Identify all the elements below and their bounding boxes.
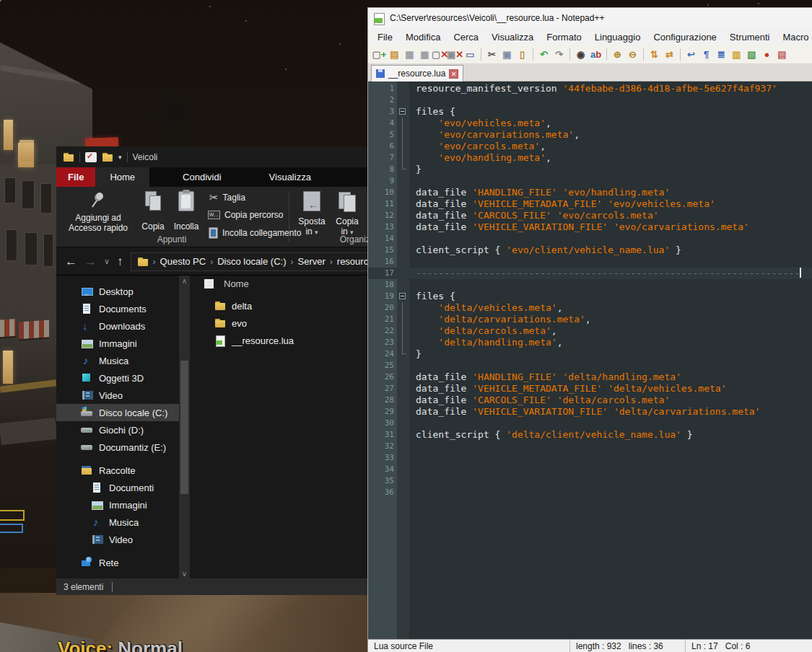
file-list-header[interactable]: Nome	[204, 278, 249, 289]
navigation-scrollbar[interactable]: ∧ ∨	[179, 276, 190, 579]
macro-record-icon[interactable]: ●	[760, 48, 774, 61]
code-line[interactable]: 24}	[368, 348, 812, 360]
back-icon[interactable]: ←	[65, 255, 77, 269]
cut-icon[interactable]: ✂	[485, 48, 499, 61]
quick-access-customize-chevron-icon[interactable]: ▾	[118, 154, 122, 161]
save-all-icon[interactable]: ▩	[418, 48, 432, 61]
new-file-icon[interactable]: ▢+	[372, 48, 386, 61]
code-line[interactable]: 32	[368, 441, 812, 452]
code-line[interactable]: 33	[368, 452, 812, 464]
sidebar-item-downloads[interactable]: Downloads	[56, 317, 179, 335]
select-all-checkbox[interactable]	[204, 279, 214, 288]
sidebar-item-musica[interactable]: Musica	[56, 514, 179, 531]
close-all-icon[interactable]: ▣✕	[448, 48, 462, 61]
code-line[interactable]: 1resource_manifest_version '44febabe-d38…	[368, 83, 812, 94]
up-icon[interactable]: ↑	[117, 255, 123, 269]
save-icon[interactable]: ▦	[403, 48, 416, 61]
column-header-nome[interactable]: Nome	[224, 278, 249, 289]
menu-modifica[interactable]: Modifica	[399, 32, 447, 43]
sidebar-item-video[interactable]: Video	[56, 387, 179, 404]
breadcrumb-segment[interactable]: Questo PC	[160, 256, 206, 267]
recent-locations-chevron-icon[interactable]: ∨	[104, 257, 110, 266]
file-row-evo[interactable]: evo	[214, 317, 247, 329]
code-line[interactable]: 9	[368, 175, 812, 187]
move-to-button[interactable]: Sposta in ▾	[294, 191, 329, 237]
sidebar-item-giochi-d-[interactable]: Giochi (D:)	[56, 421, 179, 439]
code-line[interactable]: 22 'delta/carcols.meta',	[368, 325, 812, 337]
menu-linguaggio[interactable]: Linguaggio	[588, 32, 647, 43]
pin-to-quick-access-button[interactable]: Aggiungi ad Accesso rapido	[62, 191, 134, 233]
copy-icon[interactable]: ▣	[500, 48, 514, 61]
tab-condividi[interactable]: Condividi	[168, 167, 235, 187]
code-line[interactable]: 6 'evo/carcols.meta',	[368, 141, 812, 152]
code-line[interactable]: 30	[368, 418, 812, 429]
zoom-in-icon[interactable]: ⊕	[611, 48, 624, 61]
paste-button[interactable]: Incolla	[169, 191, 204, 232]
sidebar-item-video[interactable]: Video	[56, 531, 179, 548]
sync-vertical-icon[interactable]: ⇅	[647, 48, 661, 61]
code-line[interactable]: 29data_file 'VEHICLE_VARIATION_FILE' 'de…	[368, 406, 812, 418]
code-line[interactable]: 5 'evo/carvariations.meta',	[368, 129, 812, 141]
tab-resource-lua[interactable]: __resource.lua ✕	[371, 65, 463, 82]
find-icon[interactable]: ◉	[574, 48, 588, 61]
breadcrumb-segment[interactable]: resource	[337, 256, 367, 267]
redo-icon[interactable]: ↷	[552, 48, 566, 61]
notepadpp-titlebar[interactable]: C:\Server\resources\Veicoli\__resource.l…	[368, 8, 812, 28]
paste-icon[interactable]: ▯	[515, 48, 529, 61]
code-line[interactable]: 31client_script { 'delta/client/vehicle_…	[368, 429, 812, 441]
sync-horizontal-icon[interactable]: ⇄	[663, 48, 676, 61]
code-line[interactable]: 36	[368, 487, 812, 498]
code-line[interactable]: 11data_file 'VEHICLE_METADATA_FILE' 'evo…	[368, 198, 812, 210]
code-line[interactable]: 16	[368, 256, 812, 268]
file-row--resource-lua[interactable]: __resource.lua	[214, 335, 294, 346]
code-line[interactable]: 4 'evo/vehicles.meta',	[368, 118, 812, 129]
sidebar-item-rete[interactable]: Rete	[56, 554, 179, 571]
menu-configurazione[interactable]: Configurazione	[647, 32, 722, 43]
show-all-chars-icon[interactable]: ¶	[699, 48, 713, 61]
tab-file[interactable]: File	[56, 167, 95, 187]
code-line[interactable]: 19files {	[368, 291, 812, 302]
sidebar-item-disco-locale-c-[interactable]: Disco locale (C:)	[56, 404, 179, 421]
print-icon[interactable]: ▭	[463, 48, 477, 61]
code-line[interactable]: 7 'evo/handling.meta',	[368, 152, 812, 164]
open-file-icon[interactable]: ▤	[388, 48, 401, 61]
tab-home[interactable]: Home	[95, 167, 149, 187]
sidebar-item-documantiz-e-[interactable]: Documantiz (E:)	[56, 439, 179, 456]
menu-visualizza[interactable]: Visualizza	[485, 32, 540, 43]
code-editor[interactable]: 1resource_manifest_version '44febabe-d38…	[368, 82, 812, 639]
sidebar-item-documenti[interactable]: Documenti	[56, 479, 179, 496]
sidebar-item-immagini[interactable]: Immagini	[56, 335, 179, 352]
code-line[interactable]: 12data_file 'CARCOLS_FILE' 'evo/carcols.…	[368, 210, 812, 221]
fold-collapse-icon[interactable]	[399, 293, 406, 299]
breadcrumb-segment[interactable]: Server	[298, 256, 326, 267]
zoom-out-icon[interactable]: ⊖	[626, 48, 639, 61]
code-line[interactable]: 21 'delta/carvariations.meta',	[368, 314, 812, 325]
menu-formato[interactable]: Formato	[540, 32, 588, 43]
sidebar-item-immagini[interactable]: Immagini	[56, 496, 179, 514]
file-row-delta[interactable]: delta	[214, 300, 252, 312]
breadcrumb-segment[interactable]: Disco locale (C:)	[217, 256, 286, 267]
scroll-up-chevron-icon[interactable]: ∧	[179, 277, 190, 285]
indent-guide-icon[interactable]: ≣	[715, 48, 728, 61]
code-line[interactable]: 2	[368, 94, 812, 106]
code-line[interactable]: 18	[368, 279, 812, 291]
menu-file[interactable]: File	[371, 32, 399, 43]
scroll-down-chevron-icon[interactable]: ∨	[179, 570, 190, 578]
code-line[interactable]: 13data_file 'VEHICLE_VARIATION_FILE' 'ev…	[368, 221, 812, 233]
tab-close-icon[interactable]: ✕	[449, 69, 458, 79]
code-line[interactable]: 8}	[368, 164, 812, 175]
sidebar-item-raccolte[interactable]: Raccolte	[56, 462, 179, 479]
document-map-icon[interactable]: ▧	[745, 48, 759, 61]
quick-access-newfolder-icon[interactable]	[102, 151, 113, 163]
code-line[interactable]: 15client_script { 'evo/client/vehicle_na…	[368, 244, 812, 256]
code-line[interactable]: 10data_file 'HANDLING_FILE' 'evo/handlin…	[368, 187, 812, 198]
word-wrap-icon[interactable]: ↩	[684, 48, 698, 61]
code-line[interactable]: 20 'delta/vehicles.meta',	[368, 302, 812, 314]
scrollbar-thumb[interactable]	[180, 361, 188, 494]
copy-path-button[interactable]: W… Copia percorso	[208, 210, 283, 220]
code-line[interactable]: 28data_file 'CARCOLS_FILE' 'delta/carcol…	[368, 395, 812, 406]
sidebar-item-documents[interactable]: Documents	[56, 300, 179, 317]
code-line[interactable]: 35	[368, 475, 812, 487]
code-line[interactable]: 25	[368, 360, 812, 371]
fold-collapse-icon[interactable]	[399, 108, 406, 115]
